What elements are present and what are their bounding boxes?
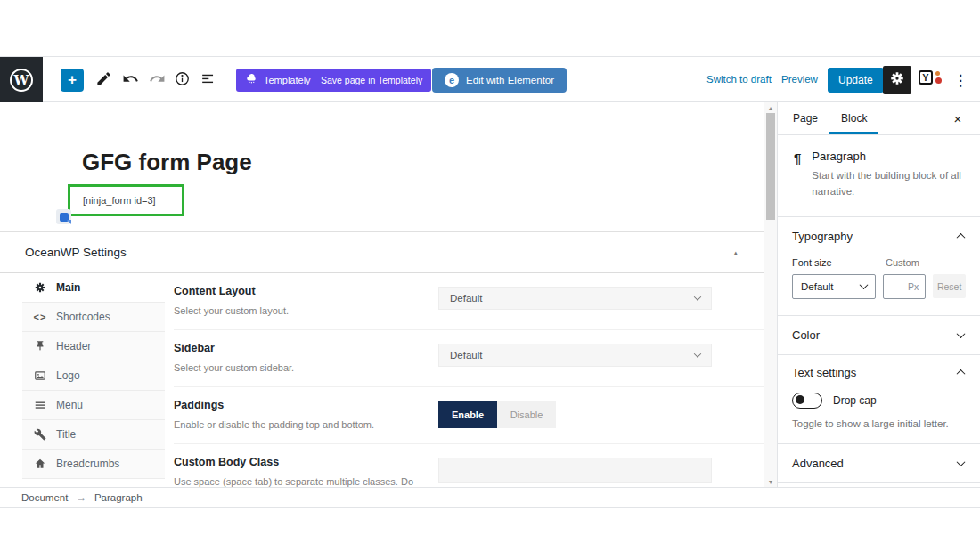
browser-extension-icon[interactable] bbox=[56, 209, 71, 224]
setting-label: Paddings bbox=[174, 399, 421, 411]
font-size-select[interactable]: Default bbox=[792, 274, 876, 299]
drop-cap-label: Drop cap bbox=[833, 394, 877, 407]
details-button[interactable] bbox=[168, 67, 195, 93]
setting-row-content-layout: Content Layout Select your custom layout… bbox=[174, 273, 764, 330]
editor-toolbar: W + Templately Save page in Templately e bbox=[0, 56, 980, 102]
tab-label: Menu bbox=[56, 399, 83, 411]
oceanwp-tab-logo[interactable]: Logo bbox=[22, 361, 165, 391]
content-layout-select[interactable]: Default bbox=[438, 287, 712, 310]
oceanwp-tab-list: Main <> Shortcodes Header Logo bbox=[22, 273, 165, 487]
block-inserter-button[interactable]: + bbox=[61, 69, 84, 92]
settings-toggle-button[interactable] bbox=[883, 66, 911, 94]
oceanwp-metabox-header: OceanWP Settings ▴ bbox=[0, 232, 764, 273]
templately-label: Templately bbox=[264, 75, 311, 85]
code-icon: <> bbox=[33, 312, 47, 322]
setting-description: Select your custom sidebar. bbox=[174, 361, 421, 376]
setting-description: Enable or disable the padding top and bo… bbox=[174, 417, 421, 433]
custom-font-size-input[interactable] bbox=[883, 274, 926, 299]
setting-row-sidebar: Sidebar Select your custom sidebar. Defa… bbox=[174, 330, 764, 387]
editor-canvas: GFG form Page [ninja_form id=3] OceanWP … bbox=[0, 102, 764, 487]
panel-title: Advanced bbox=[792, 457, 844, 470]
save-page-templately-button[interactable]: Save page in Templately bbox=[312, 69, 431, 92]
advanced-panel-header[interactable]: Advanced bbox=[778, 444, 980, 482]
redo-button[interactable] bbox=[143, 67, 170, 93]
oceanwp-settings-panel: Content Layout Select your custom layout… bbox=[165, 273, 764, 487]
block-card: ¶ Paragraph Start with the building bloc… bbox=[778, 135, 980, 216]
panel-title: Typography bbox=[792, 230, 853, 243]
shortcode-text: [ninja_form id=3] bbox=[83, 195, 156, 206]
sidebar-select[interactable]: Default bbox=[438, 344, 712, 367]
color-panel: Color bbox=[778, 315, 980, 354]
breadcrumb-paragraph[interactable]: Paragraph bbox=[94, 492, 143, 503]
setting-description: Use space (space tab) to separate multip… bbox=[174, 474, 421, 487]
edit-mode-button[interactable] bbox=[90, 67, 117, 93]
redo-icon bbox=[149, 70, 166, 91]
tab-label: Title bbox=[56, 428, 76, 441]
metabox-collapse-icon[interactable]: ▴ bbox=[733, 248, 738, 257]
breadcrumb-document[interactable]: Document bbox=[21, 492, 68, 503]
wrench-icon bbox=[33, 428, 47, 441]
selected-paragraph-block[interactable]: [ninja_form id=3] bbox=[68, 184, 184, 216]
oceanwp-tab-menu[interactable]: Menu bbox=[22, 391, 165, 420]
undo-button[interactable] bbox=[117, 67, 143, 93]
setting-label: Sidebar bbox=[174, 342, 421, 354]
more-options-button[interactable]: ⋮ bbox=[950, 69, 971, 91]
templately-button[interactable]: Templately bbox=[236, 69, 320, 92]
chevron-down-icon bbox=[694, 293, 701, 300]
block-inspector-sidebar: Page Block × ¶ Paragraph Start with the … bbox=[777, 102, 980, 487]
reset-button[interactable]: Reset bbox=[933, 274, 966, 298]
yoast-seo-button[interactable]: Y bbox=[919, 70, 942, 85]
pencil-icon bbox=[95, 70, 112, 91]
page-title[interactable]: GFG form Page bbox=[82, 149, 252, 176]
block-breadcrumb-bar: Document → Paragraph bbox=[0, 487, 980, 508]
yoast-status-dots bbox=[935, 71, 942, 84]
text-settings-panel-header[interactable]: Text settings bbox=[778, 355, 980, 391]
selected-value: Default bbox=[450, 293, 482, 304]
panel-title: Text settings bbox=[792, 366, 856, 379]
oceanwp-settings-title: OceanWP Settings bbox=[25, 246, 127, 259]
font-size-label: Font size bbox=[792, 257, 886, 268]
tab-label: Main bbox=[56, 281, 80, 294]
wordpress-editor-screen: W + Templately Save page in Templately e bbox=[0, 0, 980, 551]
custom-label: Custom bbox=[886, 257, 919, 268]
chevron-up-icon bbox=[957, 233, 966, 242]
tab-label: Logo bbox=[56, 369, 80, 382]
setting-label: Custom Body Class bbox=[174, 456, 421, 468]
list-view-icon bbox=[200, 70, 216, 91]
tab-page[interactable]: Page bbox=[781, 102, 829, 134]
chevron-down-icon bbox=[694, 350, 701, 357]
edit-with-elementor-label: Edit with Elementor bbox=[466, 75, 554, 85]
oceanwp-tab-header[interactable]: Header bbox=[22, 332, 165, 361]
typography-panel-header[interactable]: Typography bbox=[778, 217, 980, 255]
paddings-disable-button[interactable]: Disable bbox=[497, 401, 556, 428]
canvas-scrollbar[interactable]: ▴ ▾ bbox=[764, 102, 777, 487]
paddings-enable-button[interactable]: Enable bbox=[438, 401, 497, 428]
oceanwp-tab-main[interactable]: Main bbox=[22, 273, 165, 303]
elementor-icon: e bbox=[445, 73, 459, 87]
preview-link[interactable]: Preview bbox=[781, 74, 818, 85]
undo-icon bbox=[122, 70, 139, 91]
wordpress-logo-button[interactable]: W bbox=[0, 57, 43, 103]
scroll-down-arrow[interactable]: ▾ bbox=[764, 476, 777, 487]
close-icon[interactable]: × bbox=[944, 102, 971, 135]
oceanwp-tab-breadcrumbs[interactable]: Breadcrumbs bbox=[22, 450, 165, 479]
setting-label: Content Layout bbox=[174, 285, 421, 297]
panel-title: Color bbox=[792, 328, 820, 342]
chevron-down-icon bbox=[860, 280, 869, 289]
menu-icon bbox=[33, 399, 47, 411]
list-view-button[interactable] bbox=[194, 67, 221, 93]
tab-block[interactable]: Block bbox=[829, 102, 878, 134]
oceanwp-tab-shortcodes[interactable]: <> Shortcodes bbox=[22, 303, 165, 332]
switch-to-draft-link[interactable]: Switch to draft bbox=[706, 74, 772, 85]
scroll-up-arrow[interactable]: ▴ bbox=[764, 102, 777, 113]
drop-cap-toggle[interactable] bbox=[792, 393, 822, 409]
edit-with-elementor-button[interactable]: e Edit with Elementor bbox=[432, 68, 567, 93]
oceanwp-tab-title[interactable]: Title bbox=[22, 420, 165, 450]
info-icon bbox=[174, 70, 191, 91]
scrollbar-thumb[interactable] bbox=[766, 113, 775, 220]
update-button[interactable]: Update bbox=[828, 68, 884, 93]
color-panel-header[interactable]: Color bbox=[778, 316, 980, 354]
tab-label: Shortcodes bbox=[56, 311, 110, 323]
chevron-down-icon bbox=[957, 329, 966, 338]
custom-body-class-input[interactable] bbox=[438, 458, 712, 483]
